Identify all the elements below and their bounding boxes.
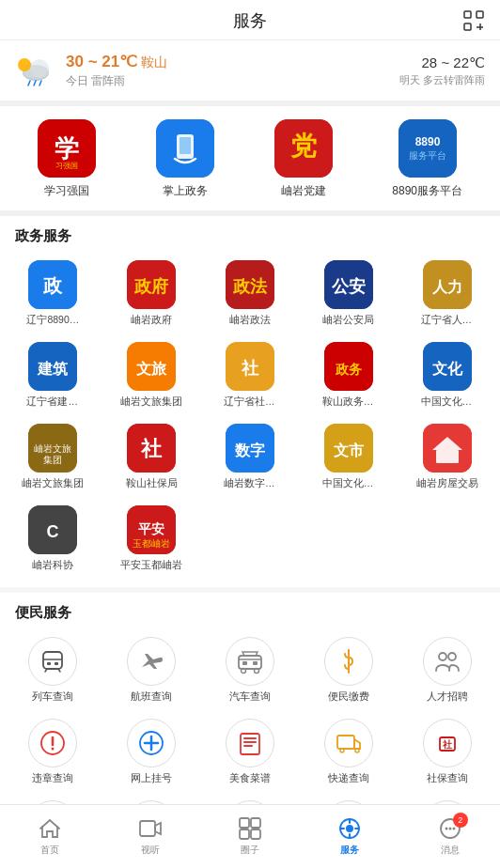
- svg-point-88: [355, 749, 359, 752]
- nav-video[interactable]: 视听: [100, 816, 199, 857]
- svg-text:党: 党: [290, 132, 317, 161]
- svg-text:社: 社: [442, 739, 453, 750]
- conv-train[interactable]: 列车查询: [4, 629, 102, 711]
- svg-line-12: [34, 81, 36, 85]
- gov-item-construction[interactable]: 建筑 辽宁省建筑工...: [4, 334, 102, 416]
- nav-service-label: 服务: [340, 844, 359, 857]
- gov-item-ln8890[interactable]: 政 辽宁8890政...: [4, 253, 102, 334]
- svg-text:政府: 政府: [133, 276, 169, 296]
- svg-rect-2: [464, 23, 471, 30]
- svg-rect-71: [242, 661, 247, 665]
- svg-rect-124: [251, 829, 260, 839]
- app-label: 学习强国: [44, 183, 89, 199]
- svg-point-74: [439, 653, 446, 660]
- svg-point-69: [241, 669, 245, 674]
- svg-point-78: [52, 748, 55, 751]
- gov-item-science[interactable]: C 岫岩科协: [4, 498, 102, 580]
- svg-rect-19: [180, 137, 191, 154]
- header-title: 服务: [233, 11, 267, 30]
- gov-item-police[interactable]: 公安 岫岩公安局: [299, 253, 398, 334]
- svg-rect-0: [464, 11, 471, 18]
- conv-recipe[interactable]: 美食菜谱: [201, 711, 300, 793]
- nav-message-label: 消息: [441, 844, 460, 857]
- svg-text:习强国: 习强国: [55, 162, 78, 170]
- svg-rect-122: [251, 818, 260, 828]
- svg-text:文市: 文市: [334, 442, 365, 458]
- svg-point-132: [445, 828, 447, 830]
- gov-item-anshan-social[interactable]: 社 鞍山社保局: [102, 416, 201, 498]
- top-apps: 学 习强国 学习强国 掌上政务 党 岫岩党建: [0, 106, 500, 216]
- svg-rect-65: [55, 662, 58, 665]
- gov-item-xiuyan-law[interactable]: 政法 岫岩政法: [201, 253, 300, 334]
- svg-text:集团: 集团: [43, 455, 62, 465]
- svg-rect-85: [243, 745, 253, 747]
- gov-item-ping-an[interactable]: 平安 玉都岫岩 平安玉都岫岩: [102, 498, 201, 580]
- bottom-nav: 首页 视听 圈子 服务: [0, 804, 500, 868]
- gov-item-wenlv2[interactable]: 岫岩文旅集团 岫岩文旅集团: [4, 416, 102, 498]
- svg-rect-22: [398, 119, 457, 178]
- conv-recruit[interactable]: 人才招聘: [398, 629, 496, 711]
- svg-rect-62: [43, 652, 62, 669]
- svg-text:数字: 数字: [234, 442, 266, 458]
- svg-point-126: [346, 825, 353, 832]
- svg-text:文旅: 文旅: [136, 360, 167, 377]
- conv-payment[interactable]: 便民缴费: [299, 629, 398, 711]
- conv-flight[interactable]: 航班查询: [102, 629, 201, 711]
- svg-line-11: [28, 81, 30, 85]
- conv-express[interactable]: 快递查询: [299, 711, 398, 793]
- gov-item-culture-market[interactable]: 文市 中国文化市场...: [299, 416, 398, 498]
- svg-text:政务: 政务: [335, 362, 363, 377]
- conv-medical[interactable]: 网上挂号: [102, 711, 201, 793]
- nav-home-label: 首页: [40, 844, 59, 857]
- app-label: 8890服务平台: [392, 183, 462, 199]
- svg-line-13: [39, 81, 41, 85]
- weather-right-temp: 28 ~ 22℃: [399, 54, 485, 71]
- svg-rect-123: [240, 829, 249, 839]
- gov-item-wenlv1[interactable]: 文旅 岫岩文旅集团: [102, 334, 201, 416]
- weather-right-desc: 明天 多云转雷阵雨: [399, 73, 485, 87]
- gov-item-social[interactable]: 社 辽宁省社会保...: [201, 334, 300, 416]
- svg-point-10: [18, 58, 31, 71]
- svg-text:服务平台: 服务平台: [409, 150, 446, 161]
- svg-rect-120: [140, 821, 155, 836]
- gov-services-section: 政务服务 政 辽宁8890政... 政府 岫岩政府 政法 岫岩政法 公安 岫岩公…: [0, 216, 500, 587]
- gov-item-anshan-service[interactable]: 政务 鞍山政务服务...: [299, 334, 398, 416]
- weather-icon: [15, 50, 56, 91]
- app-label: 掌上政务: [163, 183, 208, 199]
- svg-point-70: [254, 669, 258, 674]
- conv-bus[interactable]: 汽车查询: [201, 629, 300, 711]
- gov-item-culture[interactable]: 文化 中国文化和旅...: [398, 334, 496, 416]
- nav-message[interactable]: 2 消息: [400, 816, 500, 857]
- header: 服务: [0, 0, 500, 40]
- svg-text:文化: 文化: [432, 360, 463, 377]
- gov-item-housing[interactable]: 岫岩房屋交易: [398, 416, 496, 498]
- svg-rect-68: [239, 656, 261, 669]
- svg-point-133: [448, 828, 451, 830]
- svg-rect-83: [243, 737, 257, 739]
- nav-video-label: 视听: [141, 844, 160, 857]
- svg-rect-86: [337, 736, 354, 749]
- svg-point-134: [452, 828, 455, 830]
- svg-rect-55: [436, 450, 459, 463]
- conv-violation[interactable]: 违章查询: [4, 711, 102, 793]
- nav-service[interactable]: 服务: [300, 816, 399, 857]
- svg-point-75: [448, 653, 456, 660]
- gov-item-hr[interactable]: 人力 辽宁省人力资...: [398, 253, 496, 334]
- conv-social-insurance[interactable]: 社 社保查询: [398, 711, 496, 793]
- gov-item-digital[interactable]: 数字 岫岩数字科技...: [201, 416, 300, 498]
- gov-services-grid: 政 辽宁8890政... 政府 岫岩政府 政法 岫岩政法 公安 岫岩公安局 人力: [0, 249, 500, 587]
- nav-home[interactable]: 首页: [0, 816, 100, 857]
- svg-text:人力: 人力: [431, 279, 462, 295]
- gov-item-xiuyan-gov[interactable]: 政府 岫岩政府: [102, 253, 201, 334]
- svg-rect-72: [253, 661, 258, 665]
- app-item-8890[interactable]: 8890 服务平台 8890服务平台: [392, 119, 462, 199]
- svg-rect-64: [47, 662, 51, 665]
- nav-circle[interactable]: 圈子: [200, 816, 300, 857]
- svg-text:政法: 政法: [232, 277, 268, 296]
- app-item-xuexiqiangguo[interactable]: 学 习强国 学习强国: [38, 119, 96, 199]
- app-item-zhengwu[interactable]: 掌上政务: [156, 119, 214, 199]
- app-item-dangjian[interactable]: 党 岫岩党建: [274, 119, 333, 199]
- scan-button[interactable]: [462, 9, 485, 32]
- svg-text:社: 社: [140, 437, 163, 460]
- svg-text:学: 学: [55, 135, 79, 163]
